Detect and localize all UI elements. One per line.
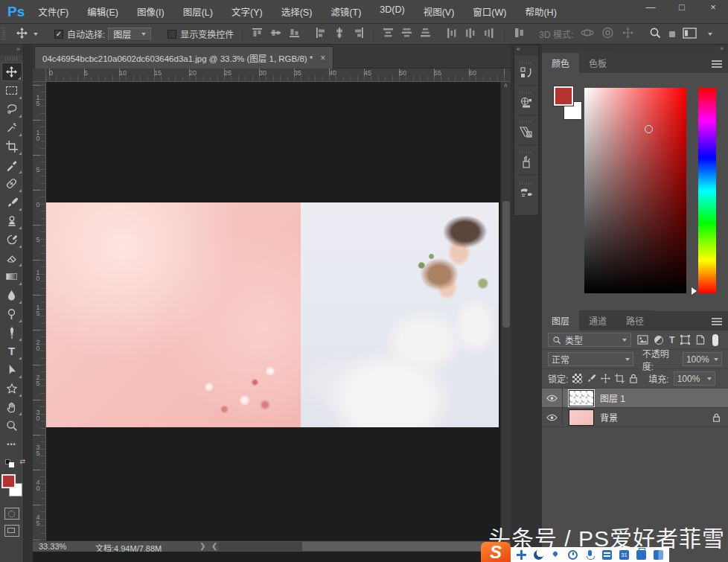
tab-channels[interactable]: 通道 (579, 310, 616, 331)
layer-filter-dropdown[interactable]: 类型 (548, 333, 631, 347)
clone-source-panel-button[interactable] (514, 174, 538, 204)
canvas-pasteboard[interactable] (46, 82, 500, 540)
options-gripper[interactable] (2, 28, 5, 41)
screen-mode-button[interactable] (4, 525, 19, 537)
zoom-tool[interactable] (1, 416, 22, 435)
tab-swatches[interactable]: 色板 (579, 53, 616, 73)
lock-image-pixels-icon[interactable] (587, 374, 596, 383)
quick-selection-tool[interactable] (1, 118, 22, 137)
lasso-tool[interactable] (1, 100, 22, 118)
vertical-ruler[interactable]: 15105051015202530354045 (33, 82, 46, 540)
foreground-color-swatch[interactable] (554, 86, 573, 106)
auto-select-checkbox[interactable]: ✓ (54, 30, 63, 39)
toolbar-gripper[interactable] (5, 57, 18, 61)
document-tab[interactable]: 04c46954bcbc210a0602dc603646d3a1.jpg @ 3… (34, 46, 333, 68)
filter-adjustment-layers-icon[interactable] (654, 336, 663, 345)
filter-type-layers-icon[interactable]: T (669, 335, 674, 345)
3d-pan-icon[interactable] (622, 27, 634, 41)
pen-tool[interactable] (1, 323, 22, 342)
document-image[interactable] (46, 202, 499, 427)
tab-close-icon[interactable]: × (320, 53, 325, 63)
search-icon[interactable] (649, 27, 662, 41)
align-bottom-edges-button[interactable] (289, 28, 300, 40)
swap-colors-icon[interactable]: ⇄ (20, 458, 26, 465)
keyboard-icon[interactable] (602, 550, 612, 560)
pin-icon[interactable] (517, 550, 526, 560)
lock-all-icon[interactable] (629, 374, 638, 383)
layer-visibility-toggle[interactable] (542, 408, 563, 427)
zoom-level[interactable]: 33.33% (39, 542, 66, 551)
foreground-color-swatch[interactable] (1, 474, 16, 488)
menu-item[interactable]: 3D(D) (380, 4, 404, 19)
strip-expand-button[interactable]: « (514, 45, 538, 55)
blur-tool[interactable] (1, 286, 22, 304)
menu-item[interactable]: 图像(I) (137, 4, 165, 19)
opacity-dropdown[interactable]: 100% (683, 352, 722, 366)
3d-orbit-icon[interactable] (581, 27, 594, 41)
horizontal-scrollbar-thumb[interactable] (302, 542, 506, 551)
align-horizontal-centers-button[interactable] (334, 28, 345, 40)
crop-tool[interactable] (1, 137, 22, 156)
filter-toggle-switch[interactable] (712, 334, 718, 346)
distribute-vertical-centers-button[interactable] (401, 28, 412, 40)
layer-name[interactable]: 图层 1 (600, 392, 625, 404)
hue-slider[interactable] (698, 88, 716, 293)
clock-icon[interactable] (568, 550, 578, 560)
auto-align-layers-button[interactable] (514, 28, 525, 40)
distribute-horizontal-centers-button[interactable] (465, 28, 476, 40)
menu-item[interactable]: 文字(Y) (232, 4, 263, 19)
grid-icon[interactable] (654, 550, 663, 560)
minimize-button[interactable]: — (640, 1, 661, 13)
menu-item[interactable]: 图层(L) (183, 4, 213, 19)
toolbar-collapse-button[interactable]: » (0, 45, 23, 55)
scroll-left-icon[interactable]: ❮ (211, 542, 217, 550)
moon-icon[interactable] (534, 550, 543, 560)
eyedropper-tool[interactable] (1, 156, 22, 174)
custom-shape-tool[interactable] (1, 379, 22, 397)
layer-thumbnail[interactable] (569, 409, 594, 426)
default-colors-icon[interactable]: ⇄ (5, 459, 19, 468)
history-brush-tool[interactable] (1, 230, 22, 249)
distribute-top-edges-button[interactable] (383, 28, 394, 40)
path-selection-tool[interactable] (1, 360, 22, 379)
menu-item[interactable]: 窗口(W) (473, 4, 506, 19)
calendar-icon[interactable]: 31 (619, 550, 629, 560)
distribute-right-edges-button[interactable] (484, 28, 495, 40)
layer-name[interactable]: 背景 (600, 411, 618, 424)
filter-pixel-layers-icon[interactable] (637, 335, 648, 345)
color-picker-marker[interactable] (645, 125, 653, 133)
clone-stamp-tool[interactable] (1, 211, 22, 230)
align-right-edges-button[interactable] (353, 28, 364, 40)
status-expand-icon[interactable]: ❯ (199, 542, 205, 550)
scroll-up-icon[interactable]: ∧ (501, 82, 511, 89)
quick-mask-button[interactable] (4, 508, 19, 520)
close-button[interactable]: × (703, 1, 724, 13)
move-tool[interactable] (1, 63, 22, 81)
tool-preset-chevron-icon[interactable] (33, 33, 38, 36)
horizontal-scrollbar[interactable] (219, 542, 508, 551)
tab-layers[interactable]: 图层 (542, 310, 579, 331)
vertical-scrollbar[interactable]: ∧ (500, 82, 511, 540)
type-tool[interactable]: T (1, 342, 22, 360)
menu-item[interactable]: 文件(F) (38, 4, 68, 19)
panel-menu-icon[interactable] (712, 60, 722, 62)
sogou-logo[interactable]: S (481, 542, 511, 562)
tab-color[interactable]: 颜色 (542, 53, 579, 73)
filter-shape-layers-icon[interactable] (680, 335, 690, 345)
align-left-edges-button[interactable] (316, 28, 327, 40)
rectangular-marquee-tool[interactable] (1, 81, 22, 100)
gradient-tool[interactable] (1, 267, 22, 286)
distribute-left-edges-button[interactable] (447, 28, 458, 40)
blend-mode-dropdown[interactable]: 正常 (548, 352, 633, 366)
hue-slider-pointer[interactable] (692, 287, 697, 295)
info-panel-button[interactable] (514, 115, 538, 144)
auto-select-dropdown[interactable]: 图层 (108, 28, 151, 41)
align-top-edges-button[interactable] (252, 28, 263, 40)
distribute-bottom-edges-button[interactable] (420, 28, 431, 40)
menu-item[interactable]: 滤镜(T) (331, 4, 361, 19)
vertical-scrollbar-thumb[interactable] (502, 201, 510, 328)
edit-toolbar-button[interactable]: ••• (1, 435, 22, 453)
workspace-chevron-icon[interactable] (708, 33, 712, 36)
tab-paths[interactable]: 路径 (616, 310, 654, 331)
workspace-switcher-icon[interactable] (683, 28, 697, 41)
